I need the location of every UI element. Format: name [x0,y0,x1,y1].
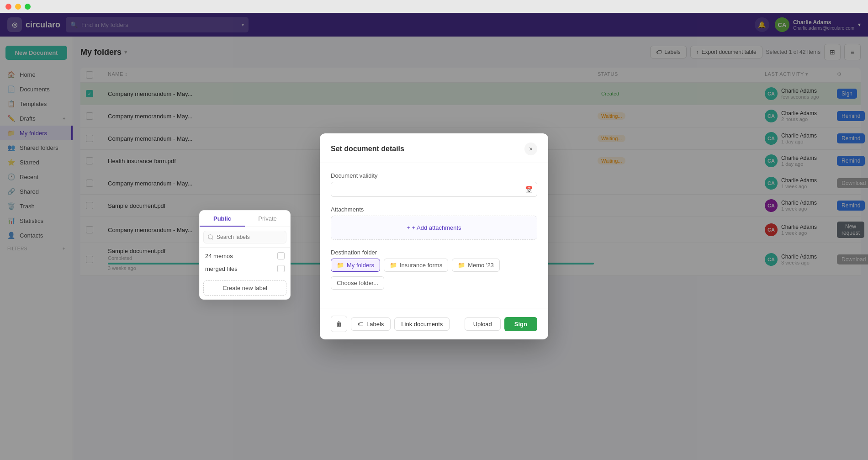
labels-dropdown: Public Private 24 memos merged files Cre… [199,210,291,300]
plus-icon: + [407,224,412,231]
mac-minimize-btn[interactable] [15,4,21,10]
modal-footer: 🗑 🏷 Labels Link documents Upload Sign [320,308,548,339]
labels-list: 24 memos merged files [200,248,290,279]
list-item: 24 memos [203,249,286,262]
folder-icon: 📁 [390,262,397,269]
label-name: merged files [205,265,238,272]
destination-label: Destination folder [331,249,537,256]
tag-icon: 🏷 [358,321,364,328]
attachments-label: Attachments [331,206,537,213]
modal-close-button[interactable]: × [524,143,537,155]
attachments-group: Attachments + + Add attachments [331,206,537,240]
tab-private[interactable]: Private [245,211,290,227]
validity-label: Document validity [331,172,537,179]
delete-button[interactable]: 🗑 [331,316,347,332]
mac-maximize-btn[interactable] [25,4,31,10]
set-document-details-modal: Set document details × Document validity… [320,133,548,339]
destination-folder-group: Destination folder 📁 My folders 📁 Insura… [331,249,537,290]
list-item: merged files [203,262,286,275]
labels-tabs: Public Private [200,211,290,227]
mac-close-btn[interactable] [5,4,11,10]
calendar-icon: 📅 [525,186,533,193]
folder-icon: 📁 [458,262,465,269]
my-folders-folder-button[interactable]: 📁 My folders [331,259,380,272]
sign-button[interactable]: Sign [504,317,537,331]
modal-header: Set document details × [320,133,548,163]
upload-button[interactable]: Upload [465,317,501,331]
labels-search [200,227,290,248]
folder-icon: 📁 [337,262,344,269]
add-attachments-button[interactable]: + + Add attachments [331,216,537,240]
tab-public[interactable]: Public [200,211,245,227]
modal-body: Document validity 📅 Attachments + + Add … [320,163,548,308]
label-checkbox[interactable] [277,265,285,272]
modal-overlay[interactable]: Set document details × Document validity… [0,13,868,460]
mac-titlebar [0,0,868,13]
label-name: 24 memos [205,253,233,259]
create-new-label-button[interactable]: Create new label [203,280,286,296]
choose-folder-button[interactable]: Choose folder... [331,276,384,290]
link-documents-button[interactable]: Link documents [394,317,450,331]
labels-search-input[interactable] [203,231,286,243]
modal-title: Set document details [331,145,404,153]
trash-icon: 🗑 [336,320,342,328]
label-checkbox[interactable] [277,252,285,259]
insurance-forms-folder-button[interactable]: 📁 Insurance forms [384,259,448,272]
memo23-folder-button[interactable]: 📁 Memo '23 [452,259,500,272]
folder-options: 📁 My folders 📁 Insurance forms 📁 Memo '2… [331,259,537,272]
validity-input[interactable] [331,182,537,197]
labels-button[interactable]: 🏷 Labels [351,317,391,331]
document-validity-group: Document validity 📅 [331,172,537,197]
